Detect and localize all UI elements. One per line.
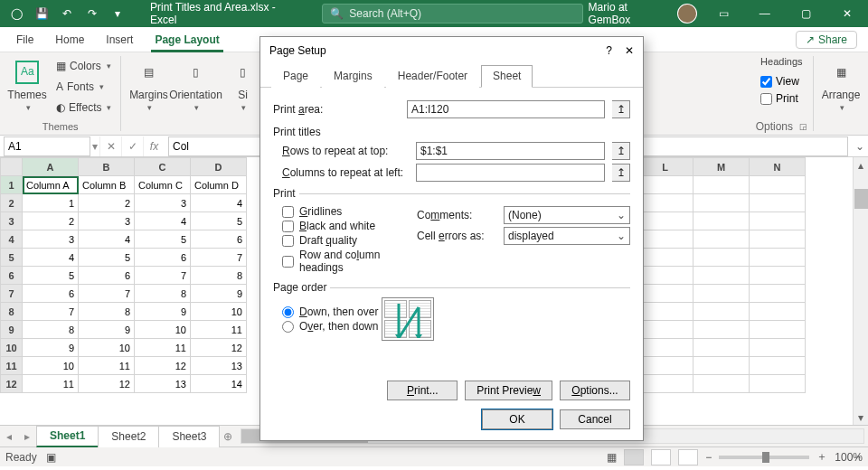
cell-N9[interactable] (750, 321, 806, 339)
cell-B2[interactable]: 2 (79, 194, 135, 212)
errors-select[interactable]: displayed (504, 227, 630, 245)
colors-button[interactable]: ▦Colors (52, 56, 115, 76)
print-headings-checkbox[interactable]: Print (760, 90, 802, 107)
cell-B10[interactable]: 10 (79, 339, 135, 357)
cell-L8[interactable] (637, 303, 693, 321)
cell-M5[interactable] (693, 249, 750, 267)
rows-repeat-input[interactable]: $1:$1 (416, 142, 605, 160)
zoom-slider[interactable] (719, 456, 809, 459)
cell-N11[interactable] (750, 357, 806, 375)
sheet-tab-1[interactable]: Sheet1 (36, 426, 99, 447)
orientation-button[interactable]: ▯Orientation (174, 56, 217, 114)
cell-M8[interactable] (693, 303, 750, 321)
cell-D4[interactable]: 6 (191, 230, 247, 249)
col-header-L[interactable]: L (637, 158, 693, 176)
cell-L11[interactable] (637, 357, 693, 375)
cell-N5[interactable] (750, 249, 806, 267)
arrange-button[interactable]: ▦Arrange (819, 56, 863, 114)
sheet-tab-2[interactable]: Sheet2 (98, 426, 159, 447)
redo-icon[interactable]: ↷ (81, 3, 103, 24)
cell-L12[interactable] (637, 375, 693, 393)
row-header-12[interactable]: 12 (1, 375, 23, 393)
cell-L7[interactable] (637, 285, 693, 303)
cell-D9[interactable]: 11 (191, 321, 247, 339)
col-header-A[interactable]: A (23, 158, 79, 176)
cell-C8[interactable]: 9 (135, 303, 191, 321)
ok-button[interactable]: OK (482, 409, 552, 429)
fx-icon[interactable]: fx (143, 136, 165, 156)
page-break-view-icon[interactable] (678, 449, 698, 465)
row-header-10[interactable]: 10 (1, 339, 23, 357)
cell-C6[interactable]: 7 (135, 267, 191, 285)
cell-M6[interactable] (693, 267, 750, 285)
save-icon[interactable]: 💾 (31, 3, 52, 24)
dialog-titlebar[interactable]: Page Setup ? ✕ (260, 37, 643, 64)
cell-D6[interactable]: 8 (191, 267, 247, 285)
row-header-1[interactable]: 1 (1, 176, 23, 194)
tab-home[interactable]: Home (44, 27, 95, 52)
cell-N4[interactable] (750, 230, 806, 249)
fonts-button[interactable]: AFonts (52, 77, 115, 97)
cell-L10[interactable] (637, 339, 693, 357)
cell-D3[interactable]: 5 (191, 212, 247, 230)
dlg-tab-sheet[interactable]: Sheet (481, 65, 533, 88)
dialog-launcher-icon[interactable]: ◲ (799, 122, 807, 131)
zoom-in-icon[interactable]: ＋ (816, 449, 827, 465)
cell-A5[interactable]: 4 (23, 249, 79, 267)
cell-C2[interactable]: 3 (135, 194, 191, 212)
ribbon-display-options-icon[interactable]: ▭ (703, 0, 744, 27)
cancel-formula-icon[interactable]: ✕ (99, 136, 121, 156)
cell-C1[interactable]: Column C (135, 176, 191, 194)
cell-D5[interactable]: 7 (191, 249, 247, 267)
rows-picker-icon[interactable]: ↥ (612, 142, 630, 160)
print-area-input[interactable]: A1:I120 (407, 100, 605, 118)
cell-M9[interactable] (693, 321, 750, 339)
name-box[interactable]: A1 (4, 136, 90, 156)
cell-N1[interactable] (750, 176, 806, 194)
col-header-N[interactable]: N (750, 158, 806, 176)
cell-M12[interactable] (693, 375, 750, 393)
cell-A10[interactable]: 9 (23, 339, 79, 357)
cell-D1[interactable]: Column D (191, 176, 247, 194)
cell-M1[interactable] (693, 176, 750, 194)
cols-picker-icon[interactable]: ↥ (612, 164, 630, 182)
cell-L4[interactable] (637, 230, 693, 249)
cell-N3[interactable] (750, 212, 806, 230)
cell-A1[interactable]: Column A (23, 176, 79, 194)
row-header-5[interactable]: 5 (1, 249, 23, 267)
cell-C4[interactable]: 5 (135, 230, 191, 249)
over-then-down-radio[interactable]: Over, then down (282, 320, 378, 333)
dlg-tab-header-footer[interactable]: Header/Footer (386, 65, 479, 88)
cell-A12[interactable]: 11 (23, 375, 79, 393)
close-icon[interactable]: ✕ (826, 0, 868, 27)
row-header-4[interactable]: 4 (1, 230, 23, 249)
cell-C10[interactable]: 11 (135, 339, 191, 357)
cell-A4[interactable]: 3 (23, 230, 79, 249)
dialog-close-icon[interactable]: ✕ (625, 44, 634, 57)
collapse-ribbon-icon[interactable]: ⌃ (854, 454, 863, 466)
tab-file[interactable]: File (5, 27, 44, 52)
cell-C5[interactable]: 6 (135, 249, 191, 267)
autosave-toggle[interactable]: ◯ (5, 3, 27, 24)
dlg-tab-margins[interactable]: Margins (322, 65, 384, 88)
cell-L6[interactable] (637, 267, 693, 285)
down-then-over-radio[interactable]: Down, then over (282, 306, 378, 318)
new-sheet-icon[interactable]: ⊕ (219, 430, 237, 443)
dlg-tab-page[interactable]: Page (271, 65, 320, 88)
row-header-9[interactable]: 9 (1, 321, 23, 339)
expand-formula-bar-icon[interactable]: ⌄ (852, 140, 868, 153)
cell-A7[interactable]: 6 (23, 285, 79, 303)
options-button[interactable]: Options... (560, 381, 630, 400)
size-button[interactable]: ▯Si (221, 56, 264, 114)
cell-D12[interactable]: 14 (191, 375, 247, 393)
cell-C7[interactable]: 8 (135, 285, 191, 303)
col-header-M[interactable]: M (693, 158, 750, 176)
maximize-icon[interactable]: ▢ (786, 0, 827, 27)
cell-A8[interactable]: 7 (23, 303, 79, 321)
cell-B3[interactable]: 3 (79, 212, 135, 230)
select-all-cell[interactable] (1, 158, 23, 176)
cell-D2[interactable]: 4 (191, 194, 247, 212)
cell-D8[interactable]: 10 (191, 303, 247, 321)
cell-D11[interactable]: 13 (191, 357, 247, 375)
row-header-7[interactable]: 7 (1, 285, 23, 303)
